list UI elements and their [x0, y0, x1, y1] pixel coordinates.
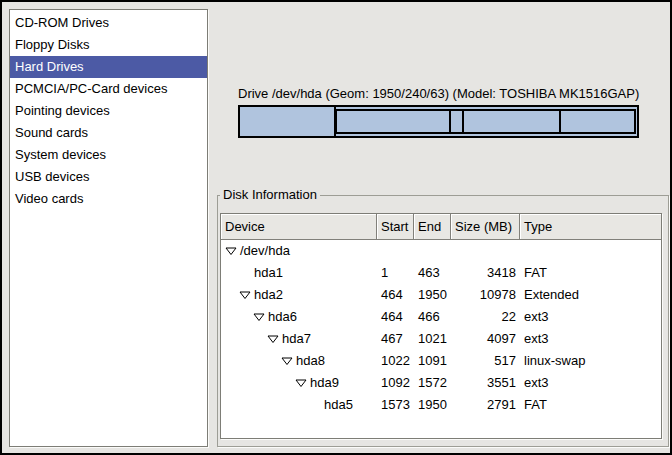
- cell-end: 1572: [414, 372, 451, 394]
- cell-start: [377, 240, 414, 262]
- expander-spacer: [309, 394, 324, 416]
- logical-partition-divider: [462, 111, 464, 132]
- table-row-hda2[interactable]: hda2464195010978Extended: [221, 284, 661, 306]
- tree-expander-icon[interactable]: [239, 284, 254, 306]
- cell-size: 4097: [451, 328, 520, 350]
- table-row-hda1[interactable]: hda114633418FAT: [221, 262, 661, 284]
- table-row-hda7[interactable]: hda746710214097ext3: [221, 328, 661, 350]
- disk-information-title: Disk Information: [220, 187, 320, 203]
- sidebar-item-sound-cards[interactable]: Sound cards: [10, 122, 207, 144]
- column-header-device[interactable]: Device: [221, 214, 377, 240]
- sidebar-item-system-devices[interactable]: System devices: [10, 144, 207, 166]
- device-name: hda5: [324, 394, 353, 416]
- device-category-list: CD-ROM DrivesFloppy DisksHard DrivesPCMC…: [9, 9, 208, 447]
- cell-end: 466: [414, 306, 451, 328]
- table-row-hda9[interactable]: hda9109215723551ext3: [221, 372, 661, 394]
- column-header-end[interactable]: End: [414, 214, 451, 240]
- column-header-start[interactable]: Start: [377, 214, 414, 240]
- cell-device: /dev/hda: [221, 240, 377, 262]
- cell-end: [414, 240, 451, 262]
- table-row-hda5[interactable]: hda5157319502791FAT: [221, 394, 661, 416]
- cell-device: hda8: [221, 350, 377, 372]
- device-name: hda6: [268, 306, 297, 328]
- cell-end: 1950: [414, 284, 451, 306]
- logical-partition-divider: [559, 111, 561, 132]
- cell-device: hda5: [221, 394, 377, 416]
- cell-type: ext3: [520, 372, 661, 394]
- device-name: hda1: [254, 262, 283, 284]
- cell-size: 22: [451, 306, 520, 328]
- cell-type: FAT: [520, 394, 661, 416]
- device-name: hda7: [282, 328, 311, 350]
- cell-start: 464: [377, 306, 414, 328]
- logical-partition-divider: [449, 111, 451, 132]
- cell-start: 1: [377, 262, 414, 284]
- cell-size: 10978: [451, 284, 520, 306]
- partition-layout-bar: [238, 105, 639, 138]
- device-name: /dev/hda: [240, 240, 290, 262]
- sidebar-item-usb-devices[interactable]: USB devices: [10, 166, 207, 188]
- cell-start: 1092: [377, 372, 414, 394]
- expander-spacer: [239, 262, 254, 284]
- table-body: /dev/hdahda114633418FAThda2464195010978E…: [221, 240, 661, 416]
- sidebar-item-pointing-devices[interactable]: Pointing devices: [10, 100, 207, 122]
- column-header-type[interactable]: Type: [520, 214, 661, 240]
- cell-end: 1021: [414, 328, 451, 350]
- hardware-browser-window: CD-ROM DrivesFloppy DisksHard DrivesPCMC…: [0, 0, 672, 455]
- device-name: hda9: [310, 372, 339, 394]
- sidebar-item-floppy-disks[interactable]: Floppy Disks: [10, 34, 207, 56]
- cell-type: FAT: [520, 262, 661, 284]
- cell-type: ext3: [520, 328, 661, 350]
- cell-size: 3551: [451, 372, 520, 394]
- cell-end: 1091: [414, 350, 451, 372]
- extended-partition-box: [335, 109, 636, 134]
- tree-expander-icon[interactable]: [295, 372, 310, 394]
- cell-start: 467: [377, 328, 414, 350]
- table-row-dev-hda[interactable]: /dev/hda: [221, 240, 661, 262]
- table-row-hda6[interactable]: hda646446622ext3: [221, 306, 661, 328]
- drive-description-label: Drive /dev/hda (Geom: 1950/240/63) (Mode…: [238, 86, 639, 101]
- cell-device: hda6: [221, 306, 377, 328]
- cell-type: ext3: [520, 306, 661, 328]
- device-name: hda8: [296, 350, 325, 372]
- disk-information-table: DeviceStartEndSize (MB)Type /dev/hdahda1…: [220, 213, 662, 439]
- cell-end: 463: [414, 262, 451, 284]
- sidebar-item-pcmcia-pc-card-devices[interactable]: PCMCIA/PC-Card devices: [10, 78, 207, 100]
- table-row-hda8[interactable]: hda810221091517linux-swap: [221, 350, 661, 372]
- cell-type: Extended: [520, 284, 661, 306]
- cell-start: 1022: [377, 350, 414, 372]
- column-header-size-mb[interactable]: Size (MB): [451, 214, 520, 240]
- tree-expander-icon[interactable]: [225, 240, 240, 262]
- cell-device: hda9: [221, 372, 377, 394]
- cell-start: 464: [377, 284, 414, 306]
- tree-expander-icon[interactable]: [267, 328, 282, 350]
- cell-start: 1573: [377, 394, 414, 416]
- tree-expander-icon[interactable]: [253, 306, 268, 328]
- cell-size: [451, 240, 520, 262]
- cell-size: 2791: [451, 394, 520, 416]
- cell-device: hda1: [221, 262, 377, 284]
- sidebar-item-hard-drives[interactable]: Hard Drives: [10, 56, 207, 78]
- cell-end: 1950: [414, 394, 451, 416]
- cell-size: 3418: [451, 262, 520, 284]
- cell-device: hda2: [221, 284, 377, 306]
- sidebar-item-cd-rom-drives[interactable]: CD-ROM Drives: [10, 12, 207, 34]
- device-name: hda2: [254, 284, 283, 306]
- cell-device: hda7: [221, 328, 377, 350]
- cell-type: [520, 240, 661, 262]
- cell-size: 517: [451, 350, 520, 372]
- sidebar-item-video-cards[interactable]: Video cards: [10, 188, 207, 210]
- table-header-row: DeviceStartEndSize (MB)Type: [221, 214, 661, 240]
- cell-type: linux-swap: [520, 350, 661, 372]
- tree-expander-icon[interactable]: [281, 350, 296, 372]
